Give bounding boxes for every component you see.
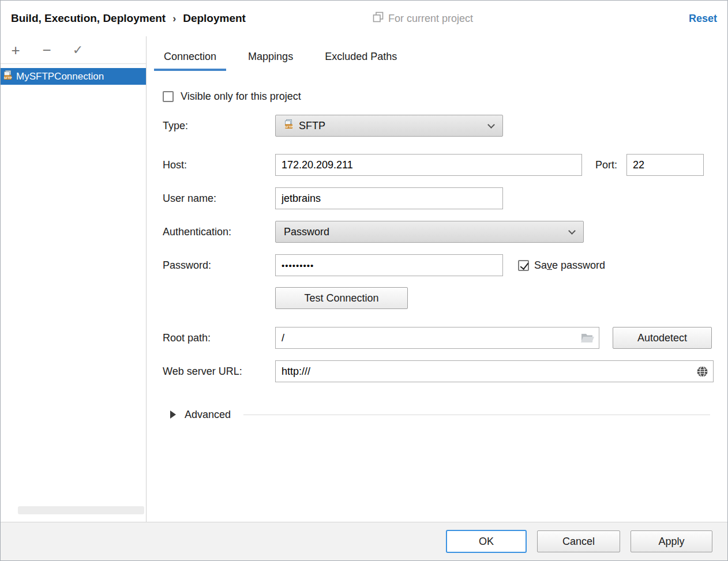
server-list-item-mysftpconnection[interactable]: SFTP MySFTPConnection <box>1 68 146 85</box>
breadcrumb: Build, Execution, Deployment › Deploymen… <box>11 12 246 25</box>
web-server-url-input[interactable] <box>275 360 714 382</box>
browse-folder-icon[interactable] <box>581 333 594 343</box>
type-value: SFTP <box>299 120 325 132</box>
add-server-button[interactable]: + <box>9 43 22 58</box>
web-server-url-label: Web server URL: <box>163 366 275 378</box>
password-input[interactable] <box>275 254 503 276</box>
type-label: Type: <box>163 120 275 132</box>
chevron-down-icon <box>568 227 576 235</box>
root-path-input[interactable] <box>275 327 599 349</box>
visible-only-checkbox[interactable] <box>163 91 174 102</box>
root-path-label: Root path: <box>163 332 275 344</box>
save-password-label[interactable]: Save password <box>534 259 605 272</box>
password-label: Password: <box>163 259 275 272</box>
server-list-panel: + − ✓ SFTP MySFTPConnection <box>1 36 147 522</box>
tab-connection[interactable]: Connection <box>154 44 226 71</box>
save-password-checkbox[interactable] <box>518 260 529 271</box>
save-password-label-mnemonic: v <box>547 259 552 271</box>
cancel-button[interactable]: Cancel <box>537 530 620 552</box>
separator-line <box>243 415 710 415</box>
advanced-label: Advanced <box>185 409 231 421</box>
project-scope-icon <box>373 12 384 25</box>
scope-label: For current project <box>388 13 473 25</box>
tab-excluded-paths[interactable]: Excluded Paths <box>315 44 407 71</box>
autodetect-button[interactable]: Autodetect <box>613 327 712 349</box>
deployment-settings-dialog: Build, Execution, Deployment › Deploymen… <box>0 0 728 561</box>
type-row: Type: SFTP SFTP <box>163 115 712 137</box>
visible-only-label[interactable]: Visible only for this project <box>181 91 301 103</box>
authentication-value: Password <box>284 226 329 238</box>
server-name-label: MySFTPConnection <box>16 71 104 82</box>
breadcrumb-separator-icon: › <box>172 13 176 25</box>
apply-button[interactable]: Apply <box>631 530 712 552</box>
tab-mappings[interactable]: Mappings <box>238 44 303 71</box>
horizontal-scrollbar[interactable] <box>18 506 144 514</box>
advanced-toggle[interactable]: Advanced <box>170 405 710 424</box>
port-input[interactable] <box>626 154 704 176</box>
test-connection-row: Test Connection <box>163 287 712 309</box>
host-input[interactable] <box>275 154 582 176</box>
globe-icon <box>696 366 708 378</box>
svg-text:SFTP: SFTP <box>284 125 292 129</box>
user-name-row: User name: <box>163 187 712 209</box>
authentication-dropdown[interactable]: Password <box>275 221 584 243</box>
root-path-field-wrap <box>275 327 599 349</box>
ok-button[interactable]: OK <box>446 530 527 553</box>
host-label: Host: <box>163 159 275 171</box>
authentication-row: Authentication: Password <box>163 221 712 243</box>
use-as-default-button[interactable]: ✓ <box>72 44 84 57</box>
save-password-label-post: e password <box>552 259 605 271</box>
expand-arrow-icon <box>170 411 176 419</box>
type-dropdown[interactable]: SFTP SFTP <box>275 115 503 137</box>
reset-link[interactable]: Reset <box>689 1 717 36</box>
chevron-down-icon <box>487 121 495 129</box>
svg-text:SFTP: SFTP <box>3 76 12 79</box>
scope-indicator: For current project <box>373 1 473 36</box>
host-row: Host: Port: <box>163 154 712 176</box>
sftp-icon: SFTP <box>3 70 13 83</box>
breadcrumb-current: Deployment <box>183 12 246 25</box>
server-list-toolbar: + − ✓ <box>1 36 146 64</box>
sftp-icon: SFTP <box>284 119 294 132</box>
dialog-footer: OK Cancel Apply <box>1 522 727 560</box>
user-name-label: User name: <box>163 193 275 205</box>
port-label: Port: <box>595 159 617 171</box>
visible-only-row: Visible only for this project <box>163 85 712 107</box>
header: Build, Execution, Deployment › Deploymen… <box>1 1 727 36</box>
web-server-url-field-wrap <box>275 360 714 382</box>
save-password-label-pre: Sa <box>534 259 547 271</box>
tab-bar: Connection Mappings Excluded Paths <box>154 44 419 71</box>
remove-server-button[interactable]: − <box>40 43 53 58</box>
breadcrumb-parent[interactable]: Build, Execution, Deployment <box>11 12 166 25</box>
root-path-row: Root path: Autodetect <box>163 327 712 349</box>
connection-settings-panel: Connection Mappings Excluded Paths Visib… <box>147 36 727 522</box>
authentication-label: Authentication: <box>163 226 275 238</box>
password-row: Password: Save password <box>163 254 712 276</box>
test-connection-button[interactable]: Test Connection <box>275 287 408 309</box>
web-server-url-row: Web server URL: <box>163 360 712 382</box>
user-name-input[interactable] <box>275 187 503 209</box>
